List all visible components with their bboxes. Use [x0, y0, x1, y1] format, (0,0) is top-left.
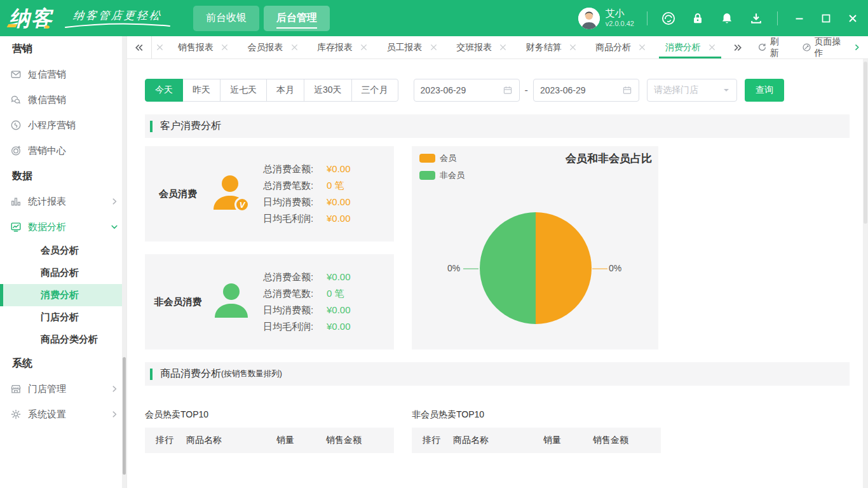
stat-row: 总消费金额:¥0.00	[263, 163, 351, 175]
close-button[interactable]	[846, 12, 859, 25]
tab-sales-report[interactable]: 销售报表	[168, 36, 238, 58]
customer-service-icon[interactable]	[660, 10, 677, 27]
legend-item-nonmember[interactable]: 非会员	[419, 170, 465, 181]
stat-row: 日均毛利润:¥0.00	[263, 320, 351, 333]
refresh-label: 刷新	[770, 36, 788, 59]
sidebar-item-store-management[interactable]: 门店管理	[0, 376, 126, 402]
avatar-person-icon	[578, 8, 600, 29]
tab-close-icon[interactable]	[221, 44, 228, 51]
product-section-title: 商品消费分析	[160, 367, 221, 381]
open-tabs-bar: 销售报表 会员报表 库存报表 员工报表 交班报表 财务结算 商品分析 消费分析	[127, 36, 868, 59]
section-accent-bar	[150, 121, 153, 132]
notifications-bell-icon[interactable]	[719, 10, 735, 27]
sidebar-item-data-analysis[interactable]: 数据分析	[0, 214, 126, 240]
nav-tab-front-register-label: 前台收银	[206, 11, 247, 25]
page-actions-label: 页面操作	[815, 36, 850, 59]
main-content: 今天 昨天 近七天 本月 近30天 三个月 - 请选择门店 查询	[127, 59, 868, 488]
header-right-controls: 艾小 v2.0.0.42	[578, 0, 859, 36]
sidebar-item-statistics-reports[interactable]: 统计报表	[0, 189, 126, 214]
sidebar-item-sms-marketing[interactable]: 短信营销	[0, 62, 126, 87]
tab-finance-settlement[interactable]: 财务结算	[516, 36, 586, 58]
nav-tab-backend-admin[interactable]: 后台管理	[264, 6, 330, 31]
nav-tab-front-register[interactable]: 前台收银	[193, 6, 259, 31]
tab-product-analysis[interactable]: 商品分析	[586, 36, 656, 58]
tab-close-icon[interactable]	[569, 44, 576, 51]
hidden-tab-close-icon[interactable]	[152, 36, 168, 58]
tab-label: 员工报表	[387, 42, 423, 53]
tab-shift-report[interactable]: 交班报表	[447, 36, 517, 58]
stat-value: ¥0.00	[327, 212, 351, 225]
sidebar-item-marketing-center[interactable]: 营销中心	[0, 138, 126, 163]
sidebar-item-wechat-marketing[interactable]: 微信营销	[0, 87, 126, 112]
tab-close-icon[interactable]	[291, 44, 298, 51]
stat-value: 0 笔	[327, 179, 344, 192]
minimize-button[interactable]	[793, 12, 806, 25]
column-product-name: 商品名称	[453, 435, 543, 446]
range-last30days-button[interactable]: 近30天	[304, 79, 352, 102]
tab-staff-report[interactable]: 员工报表	[377, 36, 447, 58]
search-button[interactable]: 查询	[745, 79, 784, 102]
page-actions-button[interactable]: 页面操作	[795, 36, 868, 59]
nonmember-card-title: 非会员消费	[145, 296, 211, 308]
sidebar-item-label: 统计报表	[28, 196, 66, 208]
sidebar-subitem-product-category-analysis[interactable]: 商品分类分析	[0, 329, 126, 351]
date-from-input[interactable]	[421, 85, 498, 95]
tab-close-icon[interactable]	[360, 44, 367, 51]
tab-close-icon[interactable]	[639, 44, 646, 51]
app-version: v2.0.0.42	[606, 20, 634, 29]
sidebar-subitem-product-analysis[interactable]: 商品分析	[0, 262, 126, 284]
scroll-tabs-right-icon[interactable]	[726, 43, 750, 53]
legend-item-member[interactable]: 会员	[419, 152, 465, 164]
range-today-button[interactable]: 今天	[145, 79, 183, 102]
miniprogram-icon	[10, 119, 22, 131]
page-actions-icon	[802, 43, 811, 52]
sidebar-subitem-consumption-analysis[interactable]: 消费分析	[0, 284, 126, 306]
tab-inventory-report[interactable]: 库存报表	[308, 36, 377, 58]
pie-legend: 会员 非会员	[419, 152, 465, 181]
chevron-right-icon	[110, 384, 119, 393]
sidebar-item-miniprogram-marketing[interactable]: 小程序营销	[0, 112, 126, 138]
range-three-months-button[interactable]: 三个月	[351, 79, 398, 102]
sidebar-item-label: 微信营销	[28, 94, 66, 106]
refresh-button[interactable]: 刷新	[750, 36, 795, 59]
tab-label: 销售报表	[178, 42, 214, 53]
stat-value: ¥0.00	[327, 304, 351, 316]
date-to-input[interactable]	[540, 85, 617, 95]
main-scrollbar[interactable]	[863, 59, 868, 488]
member-top10-table: 会员热卖TOP10 排行 商品名称 销量 销售金额	[145, 402, 394, 453]
store-select[interactable]: 请选择门店	[647, 79, 737, 102]
sidebar-item-label: 营销中心	[28, 145, 66, 157]
sidebar-scrollbar-thumb[interactable]	[123, 357, 126, 475]
active-nav-underline	[276, 27, 317, 29]
nonmember-top10-table: 非会员热卖TOP10 排行 商品名称 销量 销售金额	[412, 402, 661, 453]
date-from-field[interactable]	[414, 79, 520, 102]
date-to-field[interactable]	[533, 79, 639, 102]
storefront-icon	[10, 383, 22, 395]
user-account[interactable]: 艾小 v2.0.0.42	[578, 8, 634, 29]
sidebar-subitem-member-analysis[interactable]: 会员分析	[0, 240, 126, 262]
tab-label: 消费分析	[665, 42, 701, 53]
stat-row: 日均消费额:¥0.00	[263, 304, 351, 316]
scroll-tabs-left-icon[interactable]	[127, 36, 151, 58]
sidebar-subitem-store-analysis[interactable]: 门店分析	[0, 306, 126, 329]
lock-icon[interactable]	[689, 10, 706, 27]
download-icon[interactable]	[748, 10, 764, 27]
main-scrollbar-thumb[interactable]	[864, 62, 867, 224]
tab-close-icon[interactable]	[499, 44, 506, 51]
member-ratio-pie-chart: 会员 非会员 会员和非会员占比 0% 0%	[412, 146, 658, 349]
customer-section-header: 客户消费分析	[145, 114, 850, 138]
range-this-month-button[interactable]: 本月	[266, 79, 304, 102]
tab-close-icon[interactable]	[430, 44, 437, 51]
tab-consumption-analysis[interactable]: 消费分析	[655, 36, 725, 58]
sidebar-scrollbar[interactable]	[122, 36, 126, 488]
user-meta: 艾小 v2.0.0.42	[606, 8, 634, 29]
range-yesterday-button[interactable]: 昨天	[182, 79, 220, 102]
nonmember-person-icon	[211, 281, 252, 322]
avatar	[578, 8, 600, 29]
maximize-button[interactable]	[820, 12, 832, 25]
tab-close-icon[interactable]	[709, 44, 715, 51]
member-stats: 总消费金额:¥0.00 总消费笔数:0 笔 日均消费额:¥0.00 日均毛利润:…	[263, 163, 351, 225]
sidebar-item-system-settings[interactable]: 系统设置	[0, 402, 126, 427]
range-last7days-button[interactable]: 近七天	[220, 79, 267, 102]
tab-member-report[interactable]: 会员报表	[238, 36, 308, 58]
